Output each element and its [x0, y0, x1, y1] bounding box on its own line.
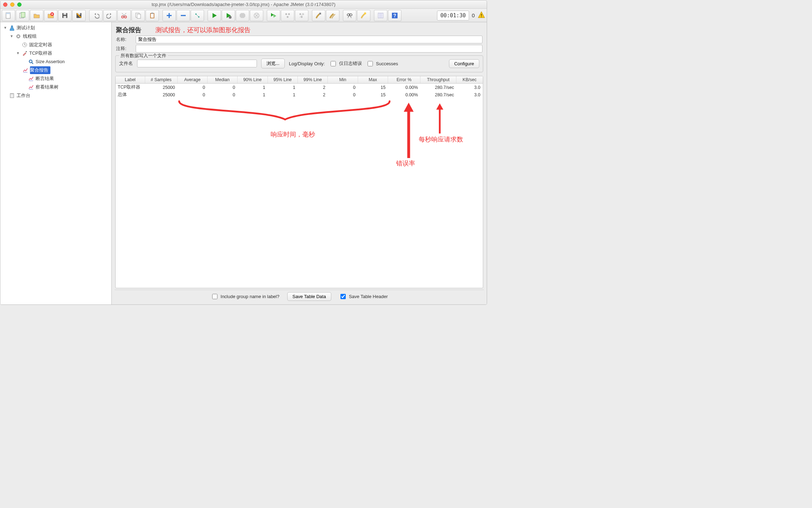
- table-footer-bar: Include group name in label? Save Table …: [115, 290, 484, 302]
- tree-node-size-assertion[interactable]: Size Assertion: [21, 58, 111, 66]
- reset-search-button[interactable]: [357, 10, 370, 21]
- window-controls: [3, 2, 21, 7]
- tree-node-view-results-tree[interactable]: 察看结果树: [21, 83, 111, 91]
- save-table-data-button[interactable]: Save Table Data: [287, 292, 331, 301]
- paste-button[interactable]: [146, 10, 159, 21]
- templates-button[interactable]: [16, 10, 29, 21]
- open-button[interactable]: [30, 10, 43, 21]
- warning-icon[interactable]: [478, 11, 485, 20]
- remote-start-button[interactable]: [267, 10, 280, 21]
- tree-label: 固定定时器: [29, 41, 52, 49]
- clear-button[interactable]: [312, 10, 325, 21]
- name-input[interactable]: [136, 36, 482, 43]
- svg-text:?: ?: [393, 13, 396, 18]
- stop-button[interactable]: [236, 10, 249, 21]
- redo-button[interactable]: [103, 10, 117, 21]
- tree-node-aggregate-report[interactable]: 聚合报告: [21, 66, 111, 74]
- disclosure-triangle-icon[interactable]: ▼: [10, 32, 14, 40]
- tree-node-thread-group[interactable]: ▼ 线程组: [8, 32, 111, 41]
- col-error[interactable]: Error %: [388, 76, 420, 84]
- collapse-button[interactable]: [177, 10, 190, 21]
- svg-rect-35: [481, 17, 482, 17]
- flask-icon: [9, 25, 15, 31]
- configure-button[interactable]: Configure: [449, 59, 479, 68]
- svg-rect-16: [151, 13, 153, 14]
- start-no-pause-button[interactable]: [222, 10, 235, 21]
- expand-button[interactable]: [162, 10, 176, 21]
- disclosure-triangle-icon[interactable]: ▼: [3, 24, 7, 32]
- start-button[interactable]: [208, 10, 221, 21]
- disclosure-triangle-icon[interactable]: ▼: [16, 49, 20, 57]
- undo-button[interactable]: [89, 10, 103, 21]
- search-button[interactable]: [343, 10, 356, 21]
- chart-icon: [22, 67, 29, 73]
- tree-label: TCP取样器: [29, 49, 52, 57]
- comment-input[interactable]: [136, 45, 482, 53]
- active-threads-counter: 0: [470, 12, 477, 18]
- magnifier-icon: [28, 59, 34, 65]
- svg-point-21: [285, 13, 287, 15]
- tree-label: 线程组: [23, 32, 37, 40]
- successes-checkbox[interactable]: Successes: [366, 60, 398, 67]
- annotation-title: 测试报告，还可以添加图形化报告: [155, 26, 251, 34]
- col-samples[interactable]: # Samples: [145, 76, 177, 84]
- clear-all-button[interactable]: [326, 10, 339, 21]
- zoom-window-button[interactable]: [17, 2, 21, 7]
- window-title: tcp.jmx (/Users/ma/Downloads/apache-jmet…: [0, 2, 487, 7]
- save-as-button[interactable]: [72, 10, 86, 21]
- svg-point-40: [29, 60, 32, 63]
- col-99line[interactable]: 99% Line: [297, 76, 327, 84]
- col-95line[interactable]: 95% Line: [267, 76, 297, 84]
- checkbox-label: Include group name in label?: [221, 294, 279, 299]
- remote-stop-button[interactable]: [295, 10, 308, 21]
- cut-button[interactable]: [117, 10, 131, 21]
- browse-button[interactable]: 浏览...: [261, 59, 285, 68]
- svg-point-29: [349, 14, 352, 16]
- help-button[interactable]: ?: [388, 10, 401, 21]
- svg-point-30: [364, 12, 366, 14]
- svg-rect-1: [6, 13, 10, 14]
- test-plan-tree[interactable]: ▼ 测试计划 ▼ 线程组: [0, 22, 112, 304]
- save-table-header-checkbox[interactable]: Save Table Header: [339, 293, 388, 300]
- col-90line[interactable]: 90% Line: [238, 76, 267, 84]
- new-button[interactable]: [2, 10, 15, 21]
- tree-label: 察看结果树: [36, 83, 59, 91]
- col-min[interactable]: Min: [328, 76, 358, 84]
- col-max[interactable]: Max: [358, 76, 388, 84]
- close-window-button[interactable]: [3, 2, 7, 7]
- svg-point-22: [288, 13, 290, 15]
- col-throughput[interactable]: Throughput: [420, 76, 456, 84]
- col-kbsec[interactable]: KB/sec: [456, 76, 483, 84]
- table-row[interactable]: 总体 25000 0 0 1 1 2 0 15 0.00% 280.7/sec …: [116, 91, 483, 98]
- errors-only-checkbox[interactable]: 仅日志错误: [329, 60, 362, 67]
- tree-node-workbench[interactable]: 工作台: [2, 91, 111, 100]
- svg-point-37: [18, 36, 19, 37]
- col-average[interactable]: Average: [177, 76, 207, 84]
- tree-label: 断言结果: [36, 75, 54, 83]
- results-table[interactable]: Label # Samples Average Median 90% Line …: [115, 76, 483, 288]
- tree-node-test-plan[interactable]: ▼ 测试计划: [2, 24, 111, 32]
- svg-rect-3: [21, 12, 25, 17]
- table-row[interactable]: TCP取样器 25000 0 0 1 1 2 0 15 0.00% 280.7/…: [116, 84, 483, 91]
- checkbox-label: Successes: [376, 61, 398, 66]
- close-button[interactable]: [44, 10, 57, 21]
- tree-node-tcp-sampler[interactable]: ▼ TCP取样器: [14, 49, 111, 58]
- svg-point-19: [229, 16, 232, 19]
- tree-node-assertion-results[interactable]: 断言结果: [21, 74, 111, 83]
- pipette-icon: [21, 50, 28, 56]
- shutdown-button[interactable]: [250, 10, 263, 21]
- tree-node-constant-timer[interactable]: 固定定时器: [14, 41, 111, 49]
- minimize-window-button[interactable]: [10, 2, 14, 7]
- filename-input[interactable]: [137, 60, 257, 67]
- col-label[interactable]: Label: [116, 76, 145, 84]
- titlebar: tcp.jmx (/Users/ma/Downloads/apache-jmet…: [0, 0, 487, 9]
- app-window: tcp.jmx (/Users/ma/Downloads/apache-jmet…: [0, 0, 487, 305]
- include-group-checkbox[interactable]: Include group name in label?: [211, 293, 279, 300]
- remote-start-all-button[interactable]: [281, 10, 294, 21]
- function-helper-button[interactable]: [374, 10, 387, 21]
- save-button[interactable]: [58, 10, 72, 21]
- toggle-button[interactable]: [191, 10, 204, 21]
- col-median[interactable]: Median: [207, 76, 237, 84]
- copy-button[interactable]: [131, 10, 145, 21]
- name-label: 名称:: [116, 36, 133, 43]
